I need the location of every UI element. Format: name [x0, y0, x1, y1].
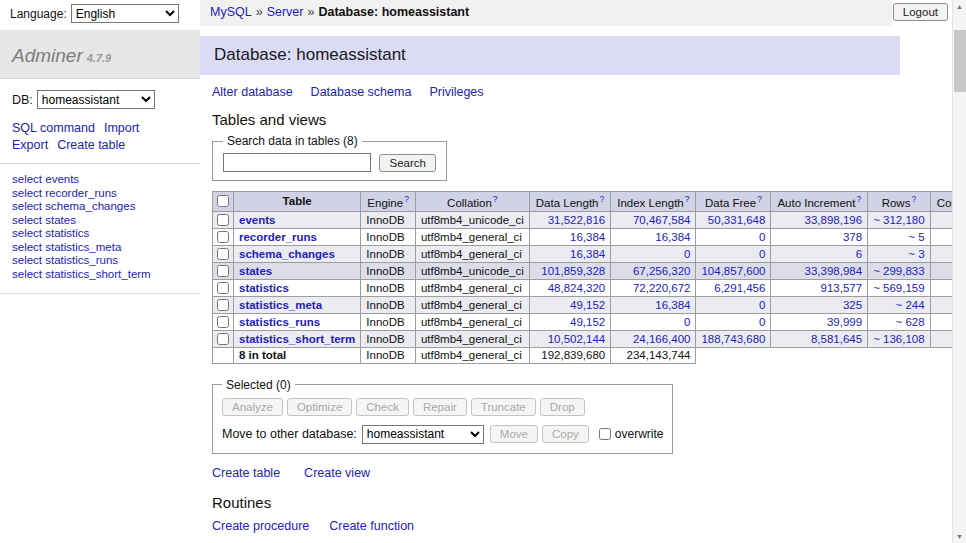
auto-increment-link[interactable]: 33,898,196: [805, 214, 863, 226]
data-length-link[interactable]: 31,522,816: [548, 214, 606, 226]
data-free-link[interactable]: 0: [759, 248, 765, 260]
help-link[interactable]: ?: [599, 194, 604, 204]
help-link[interactable]: ?: [493, 194, 498, 204]
rows-link[interactable]: ~ 136,108: [873, 333, 924, 345]
sidebar-action-import[interactable]: Import: [104, 120, 139, 136]
row-checkbox-recorder-runs[interactable]: [217, 231, 229, 243]
logout-button[interactable]: Logout: [893, 3, 948, 21]
overwrite-checkbox[interactable]: [599, 428, 611, 440]
help-link[interactable]: ?: [911, 194, 916, 204]
sidebar-select-states[interactable]: select states: [12, 214, 188, 228]
table-link-recorder-runs[interactable]: recorder_runs: [239, 231, 317, 243]
select-all-checkbox[interactable]: [217, 195, 229, 207]
auto-increment-link[interactable]: 378: [843, 231, 862, 243]
rows-link[interactable]: ~ 569,159: [873, 282, 924, 294]
link-create-procedure[interactable]: Create procedure: [212, 519, 309, 533]
move-db-select[interactable]: homeassistant: [362, 425, 484, 444]
data-length-link[interactable]: 16,384: [570, 231, 605, 243]
index-length-link[interactable]: 0: [684, 248, 690, 260]
data-length-link[interactable]: 101,859,328: [541, 265, 605, 277]
sidebar-select-statistics-runs[interactable]: select statistics_runs: [12, 254, 188, 268]
index-length-link[interactable]: 0: [684, 316, 690, 328]
auto-increment-link[interactable]: 325: [843, 299, 862, 311]
row-checkbox-states[interactable]: [217, 265, 229, 277]
sidebar-select-statistics-meta[interactable]: select statistics_meta: [12, 241, 188, 255]
bulk-analyze-button[interactable]: Analyze: [222, 398, 283, 416]
rows-link[interactable]: ~ 299,833: [873, 265, 924, 277]
help-link[interactable]: ?: [856, 194, 861, 204]
table-link-schema-changes[interactable]: schema_changes: [239, 248, 335, 260]
vertical-scrollbar[interactable]: ▲ ▼: [952, 0, 966, 543]
auto-increment-link[interactable]: 39,999: [827, 316, 862, 328]
sidebar-select-schema-changes[interactable]: select schema_changes: [12, 200, 188, 214]
sidebar-action-sql-command[interactable]: SQL command: [12, 120, 95, 136]
link-alter-database[interactable]: Alter database: [212, 85, 293, 99]
data-free-link[interactable]: 0: [759, 316, 765, 328]
copy-button[interactable]: Copy: [542, 425, 589, 443]
data-free-link[interactable]: 0: [759, 231, 765, 243]
scrollbar-thumb[interactable]: [954, 30, 966, 92]
data-length-link[interactable]: 49,152: [570, 316, 605, 328]
scroll-down-icon[interactable]: ▼: [953, 530, 966, 543]
language-select[interactable]: English: [71, 4, 179, 23]
table-link-statistics-meta[interactable]: statistics_meta: [239, 299, 322, 311]
bulk-drop-button[interactable]: Drop: [540, 398, 585, 416]
rows-link[interactable]: ~ 3: [908, 248, 924, 260]
bulk-truncate-button[interactable]: Truncate: [471, 398, 536, 416]
table-link-statistics[interactable]: statistics: [239, 282, 289, 294]
sidebar-action-export[interactable]: Export: [12, 137, 48, 153]
breadcrumb-server[interactable]: Server: [267, 5, 304, 19]
auto-increment-link[interactable]: 8,581,645: [811, 333, 862, 345]
help-link[interactable]: ?: [685, 194, 690, 204]
index-length-link[interactable]: 16,384: [655, 231, 690, 243]
bulk-repair-button[interactable]: Repair: [413, 398, 467, 416]
rows-link[interactable]: ~ 5: [908, 231, 924, 243]
index-length-link[interactable]: 70,467,584: [633, 214, 691, 226]
data-free-link[interactable]: 0: [759, 299, 765, 311]
help-link[interactable]: ?: [404, 194, 409, 204]
auto-increment-link[interactable]: 6: [856, 248, 862, 260]
search-input[interactable]: [223, 153, 371, 172]
rows-link[interactable]: ~ 244: [896, 299, 925, 311]
sidebar-select-statistics-short-term[interactable]: select statistics_short_term: [12, 268, 188, 282]
link-database-schema[interactable]: Database schema: [311, 85, 412, 99]
sidebar-select-recorder-runs[interactable]: select recorder_runs: [12, 187, 188, 201]
index-length-link[interactable]: 24,166,400: [633, 333, 691, 345]
index-length-link[interactable]: 16,384: [655, 299, 690, 311]
table-link-states[interactable]: states: [239, 265, 272, 277]
index-length-link[interactable]: 67,256,320: [633, 265, 691, 277]
help-link[interactable]: ?: [757, 194, 762, 204]
link-create-function[interactable]: Create function: [329, 519, 414, 533]
rows-link[interactable]: ~ 628: [896, 316, 925, 328]
link-privileges[interactable]: Privileges: [429, 85, 483, 99]
row-checkbox-statistics[interactable]: [217, 282, 229, 294]
bulk-check-button[interactable]: Check: [356, 398, 409, 416]
auto-increment-link[interactable]: 33,398,984: [805, 265, 863, 277]
rows-link[interactable]: ~ 312,180: [873, 214, 924, 226]
row-checkbox-statistics-short-term[interactable]: [217, 333, 229, 345]
data-length-link[interactable]: 16,384: [570, 248, 605, 260]
row-checkbox-events[interactable]: [217, 214, 229, 226]
sidebar-select-statistics[interactable]: select statistics: [12, 227, 188, 241]
sidebar-select-events[interactable]: select events: [12, 173, 188, 187]
overwrite-option[interactable]: overwrite: [598, 427, 664, 441]
table-link-statistics-short-term[interactable]: statistics_short_term: [239, 333, 355, 345]
row-checkbox-schema-changes[interactable]: [217, 248, 229, 260]
data-length-link[interactable]: 10,502,144: [548, 333, 606, 345]
db-select[interactable]: homeassistant: [37, 90, 155, 109]
link-create-table[interactable]: Create table: [212, 466, 280, 480]
data-length-link[interactable]: 49,152: [570, 299, 605, 311]
data-free-link[interactable]: 188,743,680: [701, 333, 765, 345]
data-free-link[interactable]: 6,291,456: [714, 282, 765, 294]
search-button[interactable]: Search: [379, 154, 435, 172]
breadcrumb-mysql[interactable]: MySQL: [210, 5, 252, 19]
table-link-statistics-runs[interactable]: statistics_runs: [239, 316, 320, 328]
move-button[interactable]: Move: [490, 425, 538, 443]
row-checkbox-statistics-runs[interactable]: [217, 316, 229, 328]
table-link-events[interactable]: events: [239, 214, 275, 226]
auto-increment-link[interactable]: 913,577: [821, 282, 863, 294]
data-length-link[interactable]: 48,824,320: [548, 282, 606, 294]
data-free-link[interactable]: 104,857,600: [701, 265, 765, 277]
data-free-link[interactable]: 50,331,648: [708, 214, 766, 226]
link-create-view[interactable]: Create view: [304, 466, 370, 480]
